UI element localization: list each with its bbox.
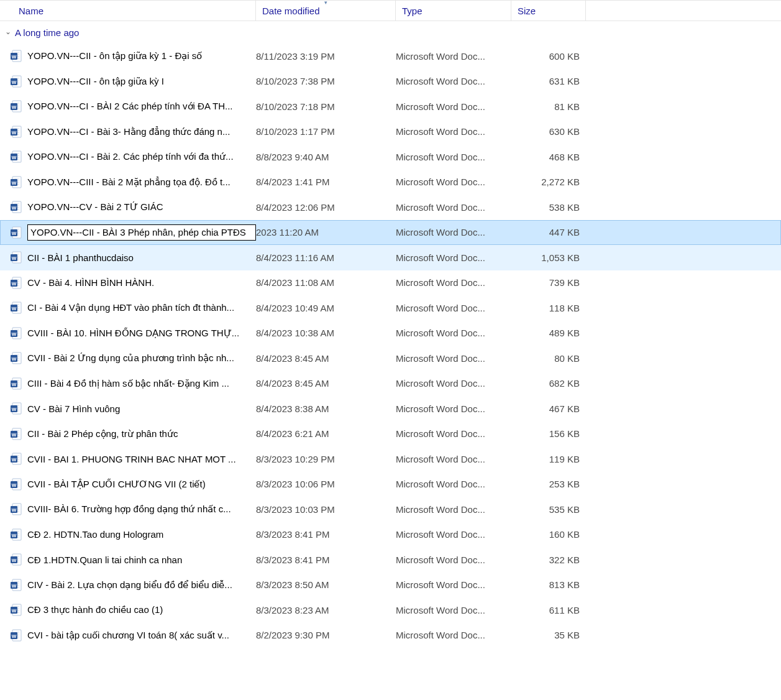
file-size-cell: 447 KB [511,227,586,237]
rename-input[interactable] [27,224,256,241]
file-type-cell: Microsoft Word Doc... [396,504,511,515]
file-name-label: CVIII - BÀI 10. HÌNH ĐỒNG DẠNG TRONG THỰ… [27,328,239,339]
word-doc-icon [10,100,22,113]
file-name-label: CVI - bài tập cuối chương VI toán 8( xác… [27,630,229,641]
word-doc-icon [10,75,22,88]
column-header-name-label: Name [19,6,43,16]
column-header-size[interactable]: Size [511,1,586,21]
table-row[interactable]: CV - Bài 4. HÌNH BÌNH HÀNH.8/4/2023 11:0… [0,270,781,296]
word-doc-icon [10,302,22,314]
word-doc-icon [10,528,22,541]
file-date-cell: 8/4/2023 11:08 AM [256,277,396,288]
file-name-label: CII - BÀI 1 phanthucdaiso [27,252,134,263]
table-row[interactable]: CV - Bài 7 Hình vuông8/4/2023 8:38 AMMic… [0,396,781,421]
file-name-cell: YOPO.VN---CI - Bài 3- Hằng đẳng thức đán… [10,126,256,138]
word-doc-icon [10,579,22,591]
file-name-label: CVII - Bài 2 Ứng dụng của phương trình b… [27,352,234,364]
file-name-cell [10,224,256,241]
file-type-cell: Microsoft Word Doc... [396,605,511,615]
table-row[interactable]: CVIII- BÀI 6. Trường hợp đồng dạng thứ n… [0,497,781,522]
table-row[interactable]: CII - BÀI 1 phanthucdaiso8/4/2023 11:16 … [0,245,781,270]
column-header-date-label: Date modified [262,6,320,16]
file-name-label: YOPO.VN---CII - ôn tập giữa kỳ I [27,76,164,87]
file-type-cell: Microsoft Word Doc... [396,277,511,288]
file-name-cell: CV - Bài 4. HÌNH BÌNH HÀNH. [10,277,256,289]
column-header-type-label: Type [402,6,422,16]
table-row[interactable]: CVII - BÀI TẬP CUỐI CHƯƠNG VII (2 tiết)8… [0,472,781,497]
file-name-label: CĐ 1.HDTN.Quan li tai chinh ca nhan [27,555,182,565]
file-date-cell: 8/3/2023 8:41 PM [256,555,396,565]
file-list: YOPO.VN---CII - ôn tập giữa kỳ 1 - Đại s… [0,44,781,648]
file-type-cell: Microsoft Word Doc... [396,428,511,439]
file-size-cell: 631 KB [511,76,586,86]
table-row[interactable]: CVII - Bài 2 Ứng dụng của phương trình b… [0,346,781,371]
column-header-row: Name ▾ Date modified Type Size [0,0,781,21]
column-header-name[interactable]: Name [0,1,256,21]
table-row[interactable]: CIV - Bài 2. Lựa chọn dạng biểu đồ để bi… [0,573,781,598]
file-date-cell: 8/4/2023 8:45 AM [256,378,396,389]
table-row[interactable]: CII - Bài 2 Phép cộng, trừ phân thức8/4/… [0,421,781,447]
table-row[interactable]: YOPO.VN---CV - Bài 2 TỨ GIÁC8/4/2023 12:… [0,195,781,220]
file-size-cell: 118 KB [511,303,586,313]
file-date-cell: 8/3/2023 8:41 PM [256,529,396,540]
table-row[interactable]: YOPO.VN---CI - Bài 2. Các phép tính với … [0,144,781,170]
file-type-cell: Microsoft Word Doc... [396,76,511,86]
table-row[interactable]: CVIII - BÀI 10. HÌNH ĐỒNG DẠNG TRONG THỰ… [0,321,781,346]
column-header-type[interactable]: Type [396,1,511,21]
word-doc-icon [10,277,22,289]
file-type-cell: Microsoft Word Doc... [396,202,511,213]
column-header-date[interactable]: ▾ Date modified [256,1,396,21]
table-row[interactable]: YOPO.VN---CIII - Bài 2 Mặt phẳng tọa độ.… [0,170,781,195]
file-date-cell: 8/3/2023 8:50 AM [256,579,396,590]
file-date-cell: 8/8/2023 9:40 AM [256,152,396,162]
file-name-label: YOPO.VN---CI - Bài 2. Các phép tính với … [27,151,234,162]
file-size-cell: 322 KB [511,555,586,565]
table-row[interactable]: YOPO.VN---CII - ôn tập giữa kỳ I8/10/202… [0,69,781,94]
file-name-label: YOPO.VN---CII - ôn tập giữa kỳ 1 - Đại s… [27,50,202,62]
file-date-cell: 2023 11:20 AM [256,227,396,237]
table-row[interactable]: CĐ 2. HDTN.Tao dung Hologram8/3/2023 8:4… [0,522,781,548]
file-name-cell: YOPO.VN---CI - Bài 2. Các phép tính với … [10,150,256,163]
file-size-cell: 156 KB [511,428,586,439]
file-size-cell: 81 KB [511,101,586,112]
file-size-cell: 2,272 KB [511,177,586,187]
file-type-cell: Microsoft Word Doc... [396,252,511,263]
file-name-label: CVII - BÀI TẬP CUỐI CHƯƠNG VII (2 tiết) [27,479,206,490]
table-row[interactable]: 2023 11:20 AMMicrosoft Word Doc...447 KB [0,220,781,246]
file-type-cell: Microsoft Word Doc... [396,177,511,187]
file-name-cell: YOPO.VN---CIII - Bài 2 Mặt phẳng tọa độ.… [10,176,256,188]
file-date-cell: 8/3/2023 10:29 PM [256,454,396,464]
table-row[interactable]: YOPO.VN---CI - BÀI 2 Các phép tính với Đ… [0,94,781,119]
table-row[interactable]: CI - Bài 4 Vận dụng HĐT vào phân tích đt… [0,295,781,321]
file-type-cell: Microsoft Word Doc... [396,328,511,338]
file-size-cell: 535 KB [511,504,586,515]
file-name-cell: CII - Bài 2 Phép cộng, trừ phân thức [10,428,256,440]
file-name-cell: YOPO.VN---CII - ôn tập giữa kỳ 1 - Đại s… [10,50,256,62]
file-size-cell: 489 KB [511,328,586,338]
file-name-label: CI - Bài 4 Vận dụng HĐT vào phân tích đt… [27,302,234,313]
table-row[interactable]: CIII - Bài 4 Đồ thị hàm số bậc nhất- Đặn… [0,371,781,397]
file-name-cell: CVI - bài tập cuối chương VI toán 8( xác… [10,629,256,642]
file-name-cell: CIV - Bài 2. Lựa chọn dạng biểu đồ để bi… [10,579,256,591]
table-row[interactable]: CĐ 1.HDTN.Quan li tai chinh ca nhan8/3/2… [0,547,781,573]
table-row[interactable]: CVI - bài tập cuối chương VI toán 8( xác… [0,623,781,648]
group-header[interactable]: ⌄ A long time ago [0,21,781,44]
word-doc-icon [10,428,22,440]
file-name-cell: CĐ 3 thực hành đo chiều cao (1) [10,604,256,616]
word-doc-icon [10,226,22,239]
file-date-cell: 8/2/2023 9:30 PM [256,630,396,640]
file-name-cell: CVII - Bài 2 Ứng dụng của phương trình b… [10,352,256,364]
file-size-cell: 160 KB [511,529,586,540]
word-doc-icon [10,402,22,415]
table-row[interactable]: CVII - BAI 1. PHUONG TRINH BAC NHAT MOT … [0,446,781,472]
file-date-cell: 8/4/2023 1:41 PM [256,177,396,187]
table-row[interactable]: CĐ 3 thực hành đo chiều cao (1)8/3/2023 … [0,597,781,623]
word-doc-icon [10,478,22,490]
file-name-cell: CVIII- BÀI 6. Trường hợp đồng dạng thứ n… [10,503,256,515]
file-name-label: YOPO.VN---CI - BÀI 2 Các phép tính với Đ… [27,101,233,112]
file-type-cell: Microsoft Word Doc... [396,126,511,137]
word-doc-icon [10,377,22,390]
table-row[interactable]: YOPO.VN---CI - Bài 3- Hằng đẳng thức đán… [0,119,781,145]
file-size-cell: 600 KB [511,51,586,62]
table-row[interactable]: YOPO.VN---CII - ôn tập giữa kỳ 1 - Đại s… [0,44,781,69]
